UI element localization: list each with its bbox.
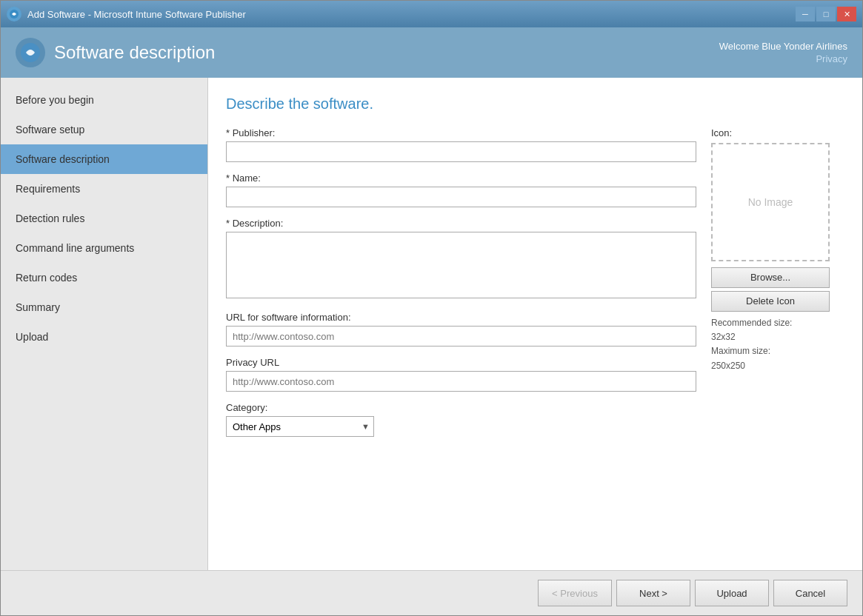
icon-placeholder: No Image <box>711 143 830 261</box>
sidebar: Before you begin Software setup Software… <box>1 78 208 570</box>
header-icon <box>16 38 45 67</box>
browse-button[interactable]: Browse... <box>711 267 830 288</box>
upload-button[interactable]: Upload <box>695 580 769 606</box>
header-title: Software description <box>54 42 215 63</box>
content-body: * Publisher: * Name: * Description: URL … <box>226 127 844 447</box>
title-bar-left: Add Software - Microsoft Intune Software… <box>7 7 246 21</box>
header: Software description Welcome Blue Yonder… <box>1 27 862 78</box>
category-label: Category: <box>226 402 696 413</box>
next-button[interactable]: Next > <box>616 580 690 606</box>
sidebar-item-upload[interactable]: Upload <box>1 322 207 352</box>
header-left: Software description <box>16 38 215 67</box>
url-label: URL for software information: <box>226 312 696 323</box>
sidebar-item-command-line-arguments[interactable]: Command line arguments <box>1 233 207 263</box>
icon-area: Icon: No Image Browse... Delete Icon Rec… <box>711 127 844 447</box>
maximize-button[interactable]: □ <box>816 7 836 21</box>
privacy-link[interactable]: Privacy <box>816 53 847 64</box>
no-image-text: No Image <box>748 196 793 208</box>
app-icon <box>7 7 21 21</box>
close-button[interactable]: ✕ <box>837 7 856 21</box>
sidebar-item-software-setup[interactable]: Software setup <box>1 115 207 144</box>
recommended-size-value: 32x32 <box>711 332 736 342</box>
main-area: Before you begin Software setup Software… <box>1 78 862 570</box>
content-title: Describe the software. <box>226 96 844 113</box>
url-input[interactable] <box>226 326 696 346</box>
name-group: * Name: <box>226 173 696 207</box>
title-bar: Add Software - Microsoft Intune Software… <box>1 1 862 27</box>
icon-info: Recommended size: 32x32 Maximum size: 25… <box>711 316 844 373</box>
description-input[interactable] <box>226 232 696 298</box>
minimize-button[interactable]: ─ <box>796 7 815 21</box>
name-input[interactable] <box>226 187 696 207</box>
previous-button[interactable]: < Previous <box>538 580 612 606</box>
main-window: Add Software - Microsoft Intune Software… <box>0 0 863 616</box>
recommended-size-label: Recommended size: <box>711 318 792 328</box>
footer: < Previous Next > Upload Cancel <box>1 570 862 615</box>
category-group: Category: Other Apps Business Productivi… <box>226 402 696 437</box>
delete-icon-button[interactable]: Delete Icon <box>711 291 830 312</box>
window-controls: ─ □ ✕ <box>796 7 856 21</box>
category-select-wrapper: Other Apps Business Productivity Securit… <box>226 416 374 437</box>
category-select[interactable]: Other Apps Business Productivity Securit… <box>226 416 374 437</box>
max-size-label: Maximum size: <box>711 346 770 356</box>
publisher-label: * Publisher: <box>226 127 696 138</box>
sidebar-item-return-codes[interactable]: Return codes <box>1 263 207 292</box>
sidebar-item-software-description[interactable]: Software description <box>1 144 207 174</box>
content-area: Describe the software. * Publisher: * Na… <box>208 78 862 570</box>
header-welcome: Welcome Blue Yonder Airlines <box>719 41 847 52</box>
sidebar-item-before-you-begin[interactable]: Before you begin <box>1 85 207 115</box>
form-area: * Publisher: * Name: * Description: URL … <box>226 127 696 447</box>
sidebar-item-summary[interactable]: Summary <box>1 292 207 322</box>
window-title: Add Software - Microsoft Intune Software… <box>27 9 246 20</box>
url-group: URL for software information: <box>226 312 696 346</box>
cancel-button[interactable]: Cancel <box>773 580 847 606</box>
privacy-url-group: Privacy URL <box>226 357 696 392</box>
description-label: * Description: <box>226 218 696 229</box>
publisher-input[interactable] <box>226 141 696 162</box>
publisher-group: * Publisher: <box>226 127 696 162</box>
privacy-url-label: Privacy URL <box>226 357 696 368</box>
privacy-url-input[interactable] <box>226 371 696 392</box>
sidebar-item-detection-rules[interactable]: Detection rules <box>1 204 207 233</box>
header-right: Welcome Blue Yonder Airlines Privacy <box>719 41 847 65</box>
sidebar-item-requirements[interactable]: Requirements <box>1 174 207 204</box>
name-label: * Name: <box>226 173 696 184</box>
description-group: * Description: <box>226 218 696 301</box>
icon-label: Icon: <box>711 127 844 138</box>
max-size-value: 250x250 <box>711 361 745 371</box>
